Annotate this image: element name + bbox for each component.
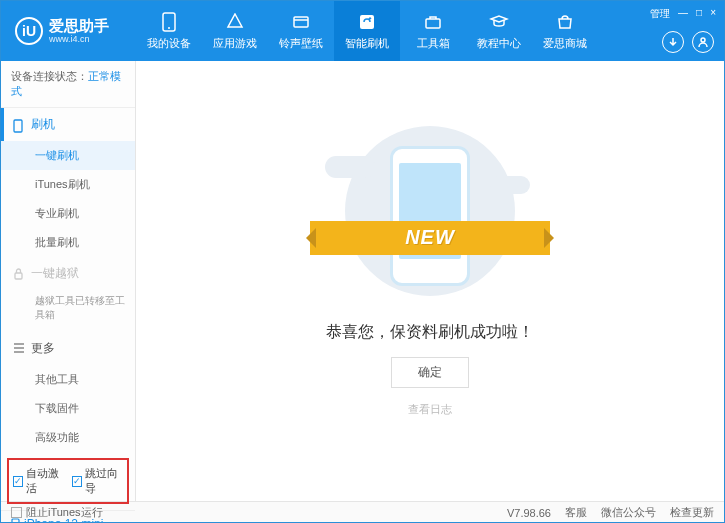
sidebar-item-othertools[interactable]: 其他工具 bbox=[1, 365, 135, 394]
window-controls: 管理 — □ × bbox=[650, 7, 716, 21]
main-content: NEW 恭喜您，保资料刷机成功啦！ 确定 查看日志 bbox=[136, 61, 724, 501]
app-name: 爱思助手 bbox=[49, 18, 109, 35]
sidebar-item-firmware[interactable]: 下载固件 bbox=[1, 394, 135, 423]
section-more: 更多 其他工具 下载固件 高级功能 bbox=[1, 332, 135, 452]
svg-rect-4 bbox=[426, 19, 440, 28]
check-icon: ✓ bbox=[13, 476, 23, 487]
menu-button[interactable]: 管理 bbox=[650, 7, 670, 21]
svg-rect-6 bbox=[14, 120, 22, 132]
sidebar: 设备连接状态：正常模式 刷机 一键刷机 iTunes刷机 专业刷机 批量刷机 一… bbox=[1, 61, 136, 501]
download-button[interactable] bbox=[662, 31, 684, 53]
svg-rect-7 bbox=[15, 273, 22, 279]
nav-flash[interactable]: 智能刷机 bbox=[334, 1, 400, 61]
view-log-link[interactable]: 查看日志 bbox=[408, 402, 452, 417]
svg-point-5 bbox=[701, 38, 705, 42]
logo-area: iU 爱思助手 www.i4.cn bbox=[1, 17, 136, 45]
checkbox-skip-guide[interactable]: ✓跳过向导 bbox=[72, 466, 123, 496]
nav-my-device[interactable]: 我的设备 bbox=[136, 1, 202, 61]
jailbreak-header[interactable]: 一键越狱 bbox=[1, 257, 135, 290]
toolbox-icon bbox=[423, 12, 443, 32]
flash-header[interactable]: 刷机 bbox=[1, 108, 135, 141]
logo-icon: iU bbox=[15, 17, 43, 45]
nav-apps[interactable]: 应用游戏 bbox=[202, 1, 268, 61]
more-header[interactable]: 更多 bbox=[1, 332, 135, 365]
app-url: www.i4.cn bbox=[49, 34, 109, 44]
nav-store[interactable]: 爱思商城 bbox=[532, 1, 598, 61]
checkbox-group: ✓自动激活 ✓跳过向导 bbox=[7, 458, 129, 504]
apps-icon bbox=[225, 12, 245, 32]
body: 设备连接状态：正常模式 刷机 一键刷机 iTunes刷机 专业刷机 批量刷机 一… bbox=[1, 61, 724, 501]
version-label: V7.98.66 bbox=[507, 507, 551, 519]
ok-button[interactable]: 确定 bbox=[391, 357, 469, 388]
connection-status: 设备连接状态：正常模式 bbox=[1, 61, 135, 108]
section-jailbreak: 一键越狱 越狱工具已转移至工具箱 bbox=[1, 257, 135, 332]
lock-icon bbox=[13, 268, 25, 280]
check-icon: ✓ bbox=[72, 476, 82, 487]
sidebar-item-oneclick[interactable]: 一键刷机 bbox=[1, 141, 135, 170]
wechat-link[interactable]: 微信公众号 bbox=[601, 505, 656, 520]
sidebar-item-pro[interactable]: 专业刷机 bbox=[1, 199, 135, 228]
sidebar-item-batch[interactable]: 批量刷机 bbox=[1, 228, 135, 257]
section-flash: 刷机 一键刷机 iTunes刷机 专业刷机 批量刷机 bbox=[1, 108, 135, 257]
nav-tutorials[interactable]: 教程中心 bbox=[466, 1, 532, 61]
sidebar-item-advanced[interactable]: 高级功能 bbox=[1, 423, 135, 452]
user-button[interactable] bbox=[692, 31, 714, 53]
success-illustration: NEW bbox=[320, 126, 540, 296]
nav-ringtones[interactable]: 铃声壁纸 bbox=[268, 1, 334, 61]
new-ribbon: NEW bbox=[310, 221, 550, 255]
service-link[interactable]: 客服 bbox=[565, 505, 587, 520]
phone-graphic bbox=[390, 146, 470, 286]
svg-point-1 bbox=[168, 27, 170, 29]
store-icon bbox=[555, 12, 575, 32]
tutorial-icon bbox=[489, 12, 509, 32]
list-icon bbox=[13, 343, 25, 355]
maximize-button[interactable]: □ bbox=[696, 7, 702, 21]
checkbox-auto-activate[interactable]: ✓自动激活 bbox=[13, 466, 64, 496]
svg-rect-2 bbox=[294, 17, 308, 27]
phone-icon bbox=[13, 119, 25, 131]
minimize-button[interactable]: — bbox=[678, 7, 688, 21]
header: iU 爱思助手 www.i4.cn 我的设备 应用游戏 铃声壁纸 智能刷机 工具… bbox=[1, 1, 724, 61]
top-nav: 我的设备 应用游戏 铃声壁纸 智能刷机 工具箱 教程中心 爱思商城 bbox=[136, 1, 724, 61]
header-actions bbox=[662, 31, 714, 53]
device-icon bbox=[159, 12, 179, 32]
jailbreak-note: 越狱工具已转移至工具箱 bbox=[1, 290, 135, 332]
ringtone-icon bbox=[291, 12, 311, 32]
sidebar-item-itunes[interactable]: iTunes刷机 bbox=[1, 170, 135, 199]
success-message: 恭喜您，保资料刷机成功啦！ bbox=[326, 322, 534, 343]
svg-rect-3 bbox=[360, 15, 374, 29]
nav-tools[interactable]: 工具箱 bbox=[400, 1, 466, 61]
flash-icon bbox=[357, 12, 377, 32]
block-itunes-checkbox[interactable]: 阻止iTunes运行 bbox=[11, 505, 103, 520]
update-link[interactable]: 检查更新 bbox=[670, 505, 714, 520]
checkbox-icon bbox=[11, 507, 22, 518]
close-button[interactable]: × bbox=[710, 7, 716, 21]
